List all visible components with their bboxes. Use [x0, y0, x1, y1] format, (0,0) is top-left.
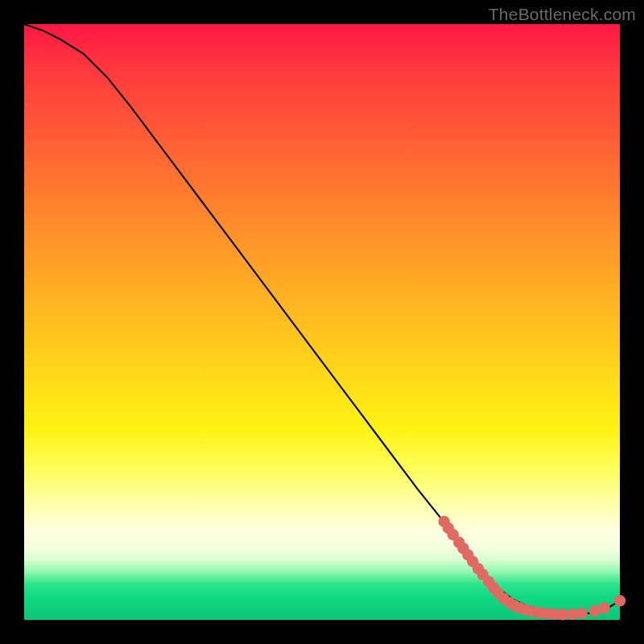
- data-point: [599, 602, 610, 613]
- chart-stage: TheBottleneck.com: [0, 0, 644, 644]
- data-point: [614, 595, 625, 606]
- data-point: [576, 608, 587, 619]
- watermark-text: TheBottleneck.com: [489, 5, 636, 24]
- chart-overlay: [24, 24, 620, 620]
- dot-cluster: [439, 516, 626, 621]
- bottleneck-curve: [24, 24, 620, 614]
